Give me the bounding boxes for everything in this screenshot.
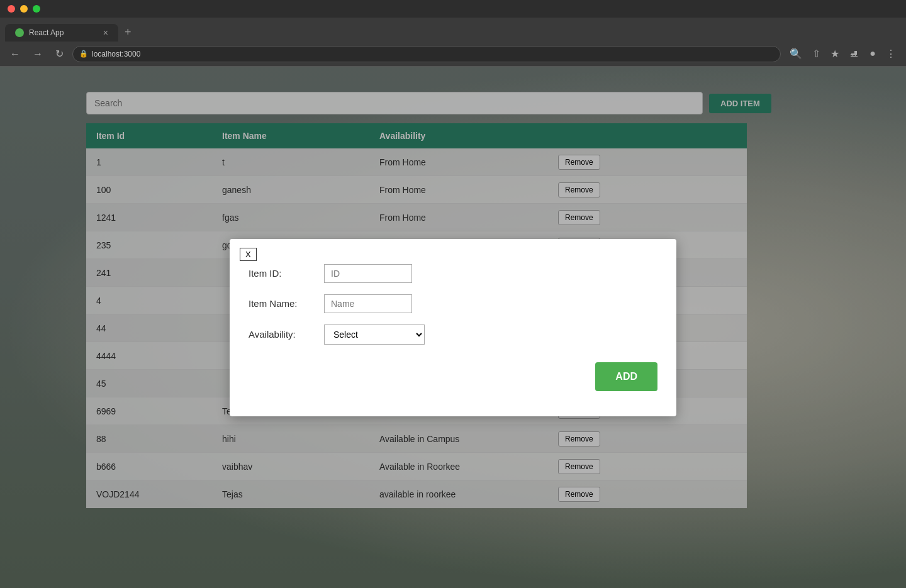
menu-icon[interactable]: ⋮ [882,45,900,62]
add-item-modal: X Item ID: Item Name: Availability: Sele… [230,239,676,416]
item-id-label: Item ID: [249,268,324,279]
availability-label: Availability: [249,329,324,340]
back-button[interactable]: ← [6,46,24,62]
title-bar [0,0,906,18]
item-name-field: Item Name: [249,294,657,313]
modal-overlay: X Item ID: Item Name: Availability: Sele… [0,67,906,588]
app-overlay: ADD ITEM Item Id Item Name Availability … [0,67,906,588]
item-name-label: Item Name: [249,298,324,309]
address-bar[interactable]: 🔒 localhost:3000 [72,46,781,62]
traffic-light-yellow[interactable] [20,5,28,13]
browser-nav-icons: 🔍 ⇧ ★ ⛸ ● ⋮ [786,45,900,62]
item-name-input[interactable] [324,294,412,313]
browser-chrome: React App × + ← → ↻ 🔒 localhost:3000 🔍 ⇧… [0,0,906,67]
active-tab[interactable]: React App × [5,24,118,42]
extensions-icon[interactable]: ⛸ [846,45,863,62]
availability-field: Availability: Select From Home Available… [249,325,657,345]
availability-select[interactable]: Select From Home Available in Campus Ava… [324,325,425,345]
forward-button[interactable]: → [29,46,47,62]
page-content: ADD ITEM Item Id Item Name Availability … [0,67,906,588]
modal-add-button[interactable]: ADD [595,362,657,391]
share-icon[interactable]: ⇧ [808,45,824,62]
bookmark-icon[interactable]: ★ [827,45,843,62]
new-tab-button[interactable]: + [118,23,138,42]
search-icon[interactable]: 🔍 [786,45,806,62]
tab-favicon [15,28,24,37]
tab-close-button[interactable]: × [103,28,108,38]
item-id-field: Item ID: [249,264,657,283]
tab-bar: React App × + [0,18,906,42]
reload-button[interactable]: ↻ [52,45,67,62]
nav-bar: ← → ↻ 🔒 localhost:3000 🔍 ⇧ ★ ⛸ ● ⋮ [0,42,906,67]
traffic-light-red[interactable] [8,5,15,13]
tab-title: React App [29,28,64,37]
modal-footer: ADD [249,356,657,391]
modal-close-button[interactable]: X [240,248,257,261]
url-display: localhost:3000 [92,50,140,58]
traffic-light-green[interactable] [33,5,40,13]
item-id-input[interactable] [324,264,412,283]
lock-icon: 🔒 [79,50,88,58]
profile-icon[interactable]: ● [866,45,880,62]
